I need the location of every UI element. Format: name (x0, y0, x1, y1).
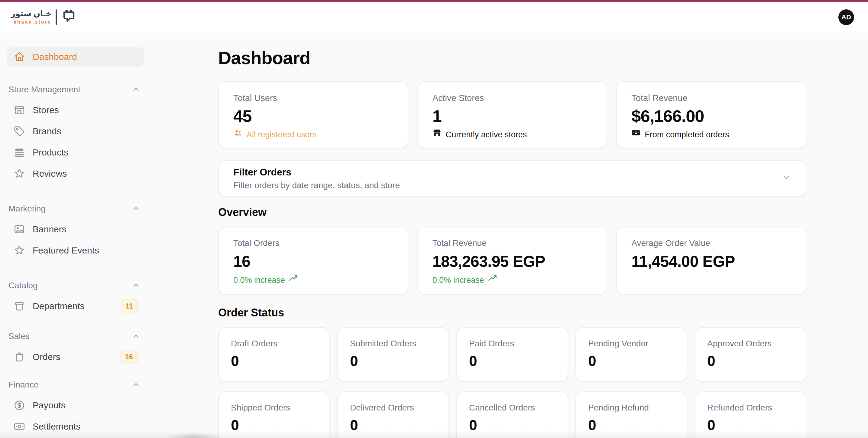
sidebar-item-payouts[interactable]: Payouts (7, 396, 144, 415)
overview-value: 11,454.00 EGP (631, 252, 791, 271)
user-avatar[interactable]: AD (838, 9, 854, 25)
sidebar-item-dashboard[interactable]: Dashboard (7, 47, 144, 66)
overview-label: Total Revenue (433, 237, 592, 249)
app-window: خـان ستور khaan.store AD Dashboard (0, 0, 868, 438)
sidebar-section-sales: Sales Orders 16 (7, 330, 144, 367)
overview-label: Average Order Value (631, 237, 791, 249)
filter-text-block: Filter Orders Filter orders by date rang… (233, 166, 400, 192)
circle-dollar-icon (13, 399, 25, 411)
order-status-card-submitted: Submitted Orders 0 (337, 327, 449, 382)
layout: Dashboard Store Management Stores (0, 33, 868, 438)
sidebar-item-label: Payouts (33, 400, 65, 410)
sidebar-item-featured-events[interactable]: Featured Events (7, 241, 144, 260)
sidebar-item-label: Reviews (33, 169, 67, 179)
order-status-value: 0 (231, 352, 317, 370)
stat-value: 45 (233, 106, 393, 126)
order-status-label: Paid Orders (469, 338, 556, 350)
overview-change-text: 0.0% increase (433, 274, 484, 286)
chevron-up-icon (132, 204, 140, 213)
trending-up-icon (488, 273, 497, 287)
order-status-label: Cancelled Orders (469, 402, 556, 414)
order-status-heading: Order Status (218, 305, 806, 320)
order-status-value: 0 (231, 416, 317, 434)
top-stats-row: Total Users 45 All registered users (218, 81, 806, 148)
brand-logo-icon (61, 8, 77, 26)
order-status-label: Pending Vendor (588, 338, 675, 350)
sidebar-item-settlements[interactable]: Settlements (7, 417, 144, 436)
stat-label: Total Revenue (631, 92, 791, 104)
order-status-value: 0 (707, 352, 794, 370)
stat-card-total-revenue: Total Revenue $6,166.00 From completed o… (616, 81, 806, 148)
brand-divider (56, 9, 57, 25)
order-status-card-paid: Paid Orders 0 (456, 327, 568, 382)
order-status-card-shipped: Shipped Orders 0 (218, 391, 330, 438)
count-badge: 16 (120, 350, 138, 364)
brand[interactable]: خـان ستور khaan.store (11, 8, 77, 26)
sidebar-item-brands[interactable]: Brands (7, 122, 144, 141)
star-icon (13, 168, 25, 180)
sidebar-item-reviews[interactable]: Reviews (7, 164, 144, 183)
sidebar-item-label: Departments (33, 301, 85, 311)
sidebar-item-departments[interactable]: Departments 11 (7, 296, 144, 316)
stat-note: From completed orders (631, 128, 791, 141)
overview-row: Total Orders 16 0.0% increase Total Reve… (218, 227, 806, 295)
users-icon (233, 128, 242, 141)
stat-value: 1 (433, 106, 592, 126)
stat-note: Currently active stores (433, 128, 592, 141)
filter-subtitle: Filter orders by date range, status, and… (233, 179, 400, 192)
storefront-icon (433, 128, 441, 141)
chevron-up-icon (132, 332, 140, 341)
rows-icon (13, 146, 25, 158)
overview-change: 0.0% increase (233, 273, 393, 287)
order-status-value: 0 (707, 416, 794, 434)
sidebar-item-label: Dashboard (33, 52, 77, 62)
order-status-card-delivered: Delivered Orders 0 (337, 391, 449, 438)
sidebar-item-products[interactable]: Products (7, 143, 144, 162)
sidebar-section-marketing: Marketing Banners (7, 203, 144, 260)
home-icon (13, 51, 25, 63)
order-status-label: Draft Orders (231, 338, 317, 350)
section-label: Finance (8, 380, 39, 389)
overview-value: 183,263.95 EGP (433, 252, 592, 271)
order-status-value: 0 (588, 352, 675, 370)
section-header-catalog[interactable]: Catalog (7, 280, 144, 292)
sidebar-item-orders[interactable]: Orders 16 (7, 347, 144, 367)
stat-label: Total Users (233, 92, 393, 104)
sidebar-item-banners[interactable]: Banners (7, 220, 144, 239)
order-status-label: Delivered Orders (350, 402, 436, 414)
section-header-finance[interactable]: Finance (7, 379, 144, 391)
stat-note-text: From completed orders (645, 128, 729, 141)
order-status-card-pending-vendor: Pending Vendor 0 (576, 327, 687, 382)
sidebar: Dashboard Store Management Stores (0, 33, 151, 438)
filter-orders-panel[interactable]: Filter Orders Filter orders by date rang… (218, 160, 806, 197)
order-status-card-cancelled: Cancelled Orders 0 (456, 391, 568, 438)
order-status-label: Pending Refund (588, 402, 675, 414)
image-icon (13, 223, 25, 235)
section-header-marketing[interactable]: Marketing (7, 203, 144, 215)
stat-note-text: All registered users (247, 128, 316, 141)
sidebar-item-stores[interactable]: Stores (7, 100, 144, 120)
stat-note: All registered users (233, 128, 393, 141)
section-header-store-management[interactable]: Store Management (7, 84, 144, 95)
overview-change: 0.0% increase (433, 273, 592, 287)
stat-card-active-stores: Active Stores 1 Currently active stores (417, 81, 608, 148)
banknote-icon (13, 420, 25, 433)
sidebar-item-label: Products (33, 147, 68, 157)
order-status-grid: Draft Orders 0 Submitted Orders 0 Paid O… (218, 327, 806, 438)
archive-box-icon (13, 300, 25, 312)
overview-card-total-orders: Total Orders 16 0.0% increase (218, 227, 408, 295)
chevron-up-icon (132, 381, 140, 389)
stat-value: $6,166.00 (631, 106, 791, 126)
section-label: Sales (8, 331, 30, 341)
tag-icon (13, 125, 25, 137)
sidebar-item-label: Orders (33, 352, 60, 362)
order-status-card-pending-refund: Pending Refund 0 (576, 391, 687, 438)
order-status-value: 0 (469, 352, 556, 370)
count-badge: 11 (121, 299, 138, 313)
order-status-value: 0 (469, 416, 556, 434)
overview-card-total-revenue: Total Revenue 183,263.95 EGP 0.0% increa… (417, 227, 608, 295)
overview-card-average-order-value: Average Order Value 11,454.00 EGP (616, 227, 806, 295)
order-status-value: 0 (350, 352, 436, 370)
section-label: Store Management (8, 85, 81, 94)
section-header-sales[interactable]: Sales (7, 330, 144, 343)
